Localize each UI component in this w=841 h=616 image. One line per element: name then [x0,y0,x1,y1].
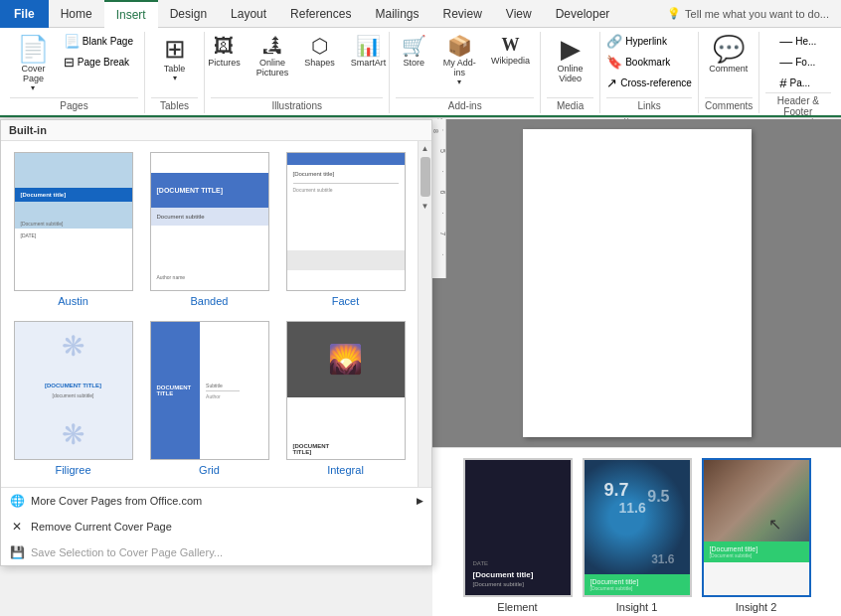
smartart-label: SmartArt [351,58,387,68]
links-buttons: 🔗 Hyperlink 🔖 Bookmark ↗ Cross-reference [601,32,697,97]
footer-button[interactable]: — Fo... [774,53,821,72]
more-cover-pages-item[interactable]: 🌐 More Cover Pages from Office.com ▶ [1,488,431,514]
tables-group-label: Tables [151,97,198,113]
smartart-button[interactable]: 📊 SmartArt [344,32,394,72]
tab-mailings[interactable]: Mailings [363,0,430,28]
template-preview-insight2[interactable]: [Document title] [Document subtitle] ↖ I… [702,458,811,613]
media-buttons: ▶ OnlineVideo [551,32,590,97]
my-addins-label: My Add-ins [440,58,478,77]
tab-view[interactable]: View [494,0,544,28]
online-video-label: OnlineVideo [558,64,584,83]
wikipedia-button[interactable]: W Wikipedia [487,32,534,70]
template-grid[interactable]: DOCUMENT TITLE Subtitle Author Grid [141,314,277,483]
scroll-thumb[interactable] [420,157,430,197]
insight2-preview-thumb: [Document title] [Document subtitle] ↖ [702,458,811,597]
insight1-preview-visual: 9.7 11.6 9.5 31.6 [Document title] [Docu… [585,460,690,595]
tab-developer[interactable]: Developer [544,0,622,28]
austin-label: Austin [58,295,88,307]
submenu-arrow: ▶ [417,496,423,506]
filigree-label: Filigree [55,464,90,476]
bookmark-label: Bookmark [625,57,670,68]
insight1-preview-thumb: 9.7 11.6 9.5 31.6 [Document title] [Docu… [583,458,692,597]
pages-buttons: 📄 Cover Page ▾ 📃 Blank Page ⊟ Page Break [10,32,138,97]
table-icon: ⊞ [164,36,186,62]
cover-page-icon: 📄 [17,36,49,62]
save-selection-icon: 💾 [9,544,25,560]
template-preview-element[interactable]: DATE [Document title] [Document subtitle… [463,458,573,613]
blank-page-icon: 📃 [64,34,80,49]
cover-page-label: Cover Page [17,64,50,83]
template-integral[interactable]: 🌄 [DOCUMENTTITLE] Integral [277,314,414,483]
illustrations-group-label: Illustrations [211,97,383,113]
insight1-number1: 9.7 [604,480,629,501]
element-preview-name: Element [497,601,537,613]
document-page [523,129,752,437]
shapes-label: Shapes [304,58,335,68]
wikipedia-icon: W [502,36,520,54]
tab-file[interactable]: File [0,0,49,28]
page-break-icon: ⊟ [64,55,75,70]
cross-reference-button[interactable]: ↗ Cross-reference [601,74,697,92]
templates-grid: [Document title] [Document subtitle] [DA… [1,141,418,487]
search-text[interactable]: Tell me what you want to do... [685,8,829,20]
grid-label: Grid [199,464,220,476]
shapes-button[interactable]: ⬡ Shapes [297,32,342,72]
template-filigree[interactable]: ❋ ❋ [DOCUMENT TITLE] [document subtitle]… [5,314,141,483]
template-preview-insight1[interactable]: 9.7 11.6 9.5 31.6 [Document title] [Docu… [583,458,692,613]
element-preview-visual: DATE [Document title] [Document subtitle… [465,460,571,595]
pictures-button[interactable]: 🖼 Pictures [201,32,248,72]
addins-group-label: Add-ins [396,97,534,113]
header-button[interactable]: — He... [774,32,821,51]
tab-references[interactable]: References [278,0,363,28]
search-icon: 💡 [667,7,681,20]
integral-label: Integral [327,464,364,476]
page-number-button[interactable]: # Pa... [774,74,821,92]
bookmark-button[interactable]: 🔖 Bookmark [601,53,697,72]
remove-cover-page-item[interactable]: ✕ Remove Current Cover Page [1,514,431,539]
template-banded[interactable]: [DOCUMENT TITLE] Document subtitle Autho… [141,145,277,314]
page-break-button[interactable]: ⊟ Page Break [59,53,138,72]
footer-label: Fo... [795,57,815,68]
tab-design[interactable]: Design [158,0,219,28]
insight1-doc-title: [Document title] [590,578,684,585]
pages-group-label: Pages [10,97,138,113]
store-label: Store [404,58,425,68]
insight1-number2: 11.6 [619,500,646,516]
scroll-down-arrow[interactable]: ▼ [419,199,432,213]
vertical-ruler: · 5 · 6 · 7 · 8 [432,119,446,278]
ribbon-group-comments: 💬 Comment Comments [699,32,759,113]
more-cover-pages-label: More Cover Pages from Office.com [31,495,202,507]
ribbon-tab-bar: File Home Insert Design Layout Reference… [0,0,841,28]
tab-home[interactable]: Home [49,0,104,28]
pictures-label: Pictures [208,58,241,68]
online-pictures-button[interactable]: 🏞 OnlinePictures [250,32,296,81]
illustrations-buttons: 🖼 Pictures 🏞 OnlinePictures ⬡ Shapes 📊 S… [201,32,393,97]
ribbon-group-header-footer: — He... — Fo... # Pa... Header & Footer [759,32,837,113]
blank-page-button[interactable]: 📃 Blank Page [59,32,138,51]
hyperlink-button[interactable]: 🔗 Hyperlink [601,32,697,51]
addins-buttons: 🛒 Store 📦 My Add-ins ▾ W Wikipedia [396,32,534,97]
scroll-up-arrow[interactable]: ▲ [419,141,432,155]
comments-buttons: 💬 Comment [702,32,755,97]
more-cover-pages-icon: 🌐 [9,493,25,509]
pictures-icon: 🖼 [214,36,234,56]
my-addins-button[interactable]: 📦 My Add-ins ▾ [433,32,485,90]
ribbon-group-tables: ⊞ Table ▾ Tables [145,32,205,113]
store-button[interactable]: 🛒 Store [396,32,431,72]
tables-buttons: ⊞ Table ▾ [157,32,193,97]
table-button[interactable]: ⊞ Table ▾ [157,32,193,86]
online-video-icon: ▶ [561,36,581,62]
smartart-icon: 📊 [356,36,381,56]
comment-button[interactable]: 💬 Comment [702,32,755,77]
tab-review[interactable]: Review [430,0,493,28]
template-facet[interactable]: [Document title] Document subtitle Facet [277,145,414,314]
tab-layout[interactable]: Layout [219,0,278,28]
cover-page-button[interactable]: 📄 Cover Page ▾ [10,32,57,96]
dropdown-arrow: ▾ [31,83,35,92]
bottom-templates-bar: DATE [Document title] [Document subtitle… [432,447,841,616]
tab-insert[interactable]: Insert [104,0,158,28]
cross-reference-icon: ↗ [606,76,617,90]
dropdown-scrollbar[interactable]: ▲ ▼ [418,141,431,487]
template-austin[interactable]: [Document title] [Document subtitle] [DA… [5,145,141,314]
online-video-button[interactable]: ▶ OnlineVideo [551,32,590,87]
